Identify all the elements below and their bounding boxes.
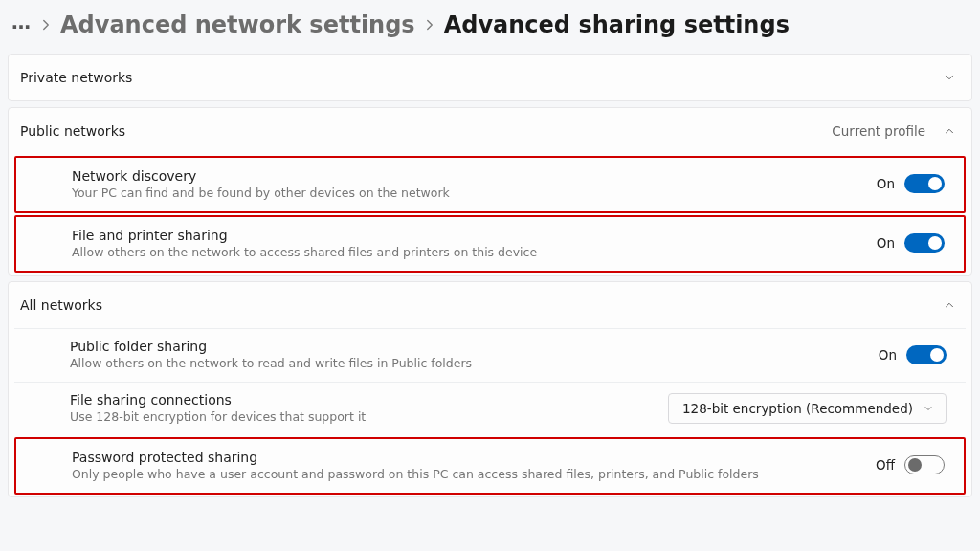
setting-description: Use 128-bit encryption for devices that … xyxy=(70,409,366,424)
toggle-state-label: On xyxy=(877,176,895,191)
section-private-networks: Private networks xyxy=(8,54,972,101)
setting-label: Network discovery xyxy=(72,168,450,184)
chevron-right-icon xyxy=(37,16,55,33)
highlight-box: File and printer sharing Allow others on… xyxy=(14,215,966,273)
toggle-state-label: On xyxy=(877,235,895,251)
chevron-down-icon xyxy=(923,403,934,414)
current-profile-badge: Current profile xyxy=(832,123,925,139)
file-printer-sharing-toggle[interactable] xyxy=(904,233,945,253)
public-folder-sharing-toggle[interactable] xyxy=(906,345,947,364)
chevron-up-icon xyxy=(943,124,956,138)
section-header-private[interactable]: Private networks xyxy=(9,55,971,100)
highlight-box: Network discovery Your PC can find and b… xyxy=(14,156,966,213)
section-title: All networks xyxy=(20,298,102,313)
setting-description: Allow others on the network to read and … xyxy=(70,356,472,370)
dropdown-selected-value: 128-bit encryption (Recommended) xyxy=(682,401,913,416)
toggle-state-label: Off xyxy=(876,457,895,473)
network-discovery-toggle[interactable] xyxy=(904,174,945,193)
page-title: Advanced sharing settings xyxy=(444,11,790,38)
section-header-public[interactable]: Public networks Current profile xyxy=(9,108,971,154)
setting-network-discovery: Network discovery Your PC can find and b… xyxy=(16,158,964,211)
setting-description: Only people who have a user account and … xyxy=(72,467,759,481)
breadcrumb: … Advanced network settings Advanced sha… xyxy=(0,0,980,54)
setting-label: Password protected sharing xyxy=(72,450,759,465)
section-title: Public networks xyxy=(20,123,125,139)
chevron-down-icon xyxy=(943,71,956,84)
setting-password-protected-sharing: Password protected sharing Only people w… xyxy=(16,439,964,493)
chevron-up-icon xyxy=(943,298,956,312)
setting-description: Allow others on the network to access sh… xyxy=(72,245,537,259)
setting-label: File and printer sharing xyxy=(72,228,537,243)
breadcrumb-parent[interactable]: Advanced network settings xyxy=(60,11,415,38)
setting-public-folder-sharing: Public folder sharing Allow others on th… xyxy=(14,328,966,382)
section-title: Private networks xyxy=(20,70,132,85)
setting-file-sharing-connections: File sharing connections Use 128-bit enc… xyxy=(14,382,966,435)
section-all-networks: All networks Public folder sharing Allow… xyxy=(8,281,972,497)
toggle-state-label: On xyxy=(879,347,897,363)
setting-file-printer-sharing: File and printer sharing Allow others on… xyxy=(16,217,964,271)
setting-label: File sharing connections xyxy=(70,392,366,408)
password-protected-sharing-toggle[interactable] xyxy=(904,455,945,474)
encryption-dropdown[interactable]: 128-bit encryption (Recommended) xyxy=(668,393,947,424)
chevron-right-icon xyxy=(421,16,438,33)
section-public-networks: Public networks Current profile Network … xyxy=(8,107,972,276)
breadcrumb-overflow-button[interactable]: … xyxy=(11,12,32,32)
section-header-all[interactable]: All networks xyxy=(9,282,971,328)
highlight-box: Password protected sharing Only people w… xyxy=(14,437,966,495)
setting-description: Your PC can find and be found by other d… xyxy=(72,186,450,200)
setting-label: Public folder sharing xyxy=(70,339,472,354)
